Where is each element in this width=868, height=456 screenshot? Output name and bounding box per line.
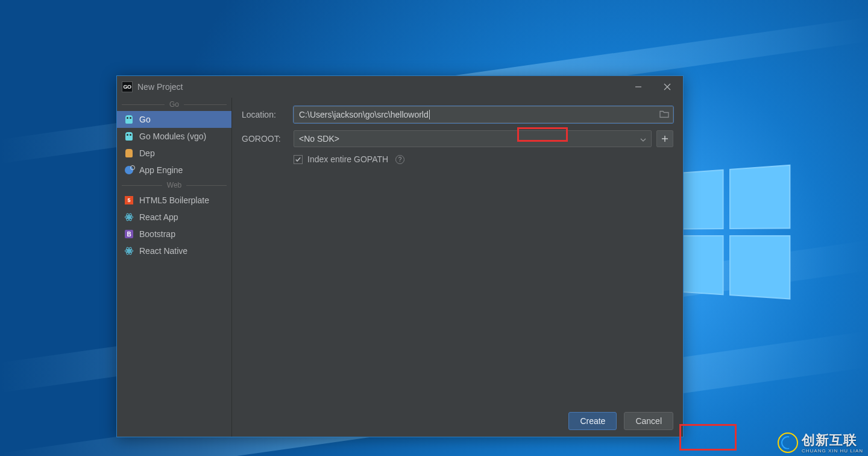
text-caret <box>429 110 430 119</box>
sidebar-section-go: Go <box>117 100 231 109</box>
titlebar: GO New Project <box>117 76 683 98</box>
index-gopath-label: Index entire GOPATH <box>307 154 388 164</box>
watermark-text: 创新互联 <box>802 432 857 448</box>
svg-point-7 <box>128 250 130 252</box>
location-value-prefix: C:\Users\jackson\go\src\ <box>299 110 391 119</box>
goroot-dropdown[interactable]: <No SDK> <box>294 130 652 147</box>
bootstrap-icon: B <box>124 229 134 239</box>
location-value-suffix: helloworld <box>391 110 429 119</box>
location-field[interactable]: C:\Users\jackson\go\src\helloworld <box>294 106 673 123</box>
sidebar-item-bootstrap[interactable]: B Bootstrap <box>117 226 231 242</box>
create-button[interactable]: Create <box>568 412 617 430</box>
watermark-logo-icon <box>778 432 798 453</box>
goroot-value: <No SDK> <box>299 134 640 144</box>
chevron-down-icon <box>640 134 646 144</box>
new-project-dialog: GO New Project Go Go Go Modules (vgo) De… <box>116 75 684 437</box>
sidebar-item-go-modules[interactable]: Go Modules (vgo) <box>117 128 231 145</box>
gopher-icon <box>124 131 134 141</box>
minimize-button[interactable] <box>626 79 650 95</box>
sidebar-item-label: HTML5 Boilerplate <box>139 195 209 205</box>
sidebar-item-dep[interactable]: Dep <box>117 145 231 162</box>
dialog-title: New Project <box>137 82 621 92</box>
watermark-subtext: CHUANG XIN HU LIAN <box>802 448 863 454</box>
sidebar-item-react-app[interactable]: React App <box>117 209 231 226</box>
sidebar-item-label: Bootstrap <box>139 229 175 239</box>
form-panel: Location: C:\Users\jackson\go\src\hellow… <box>232 98 683 437</box>
sidebar-item-label: React Native <box>139 246 187 256</box>
location-label: Location: <box>242 110 294 119</box>
sidebar-item-label: React App <box>139 212 178 222</box>
sidebar-item-label: App Engine <box>139 165 183 175</box>
svg-point-3 <box>128 217 130 218</box>
sidebar-item-label: Go <box>139 115 151 124</box>
sidebar-item-html5-boilerplate[interactable]: 5 HTML5 Boilerplate <box>117 192 231 209</box>
dep-icon <box>124 148 134 158</box>
sidebar-item-go[interactable]: Go <box>117 111 231 128</box>
help-icon[interactable]: ? <box>395 155 404 164</box>
watermark: 创新互联 CHUANG XIN HU LIAN <box>778 431 863 454</box>
sidebar-item-react-native[interactable]: React Native <box>117 242 231 259</box>
index-gopath-checkbox[interactable] <box>294 155 303 164</box>
sidebar-item-label: Go Modules (vgo) <box>139 131 206 141</box>
sidebar-section-web: Web <box>117 181 231 189</box>
windows-logo <box>670 164 797 306</box>
sidebar-item-label: Dep <box>139 148 155 158</box>
add-sdk-button[interactable] <box>656 130 673 147</box>
project-type-sidebar: Go Go Go Modules (vgo) Dep App Engine We… <box>117 98 232 437</box>
cancel-button[interactable]: Cancel <box>624 412 673 430</box>
browse-folder-icon[interactable] <box>659 110 669 120</box>
sidebar-item-app-engine[interactable]: App Engine <box>117 162 231 179</box>
react-icon <box>124 212 134 222</box>
react-icon <box>124 246 134 256</box>
gopher-icon <box>124 115 134 124</box>
app-icon: GO <box>122 81 133 92</box>
close-button[interactable] <box>655 79 679 95</box>
html5-icon: 5 <box>124 195 134 205</box>
appengine-icon <box>124 165 134 175</box>
goroot-label: GOROOT: <box>242 134 294 144</box>
